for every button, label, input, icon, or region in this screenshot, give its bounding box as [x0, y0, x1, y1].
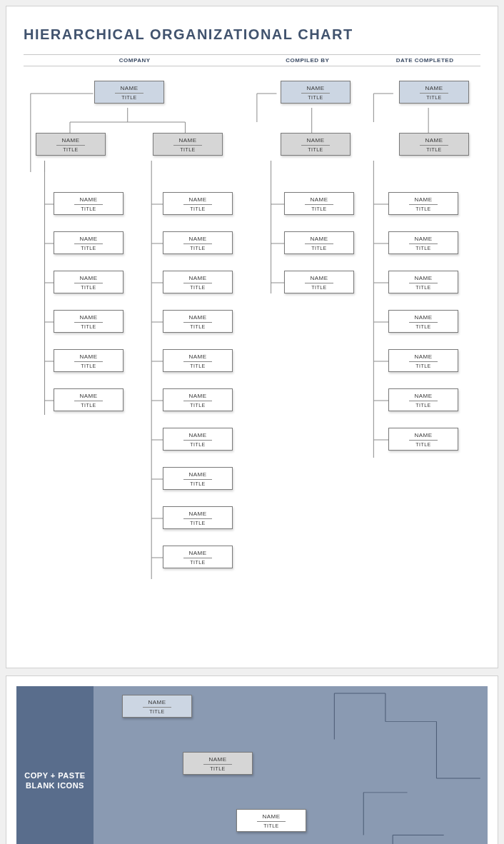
palette-label: COPY + PASTE BLANK ICONS	[16, 686, 94, 844]
node-name: NAME	[392, 393, 455, 399]
node-separator	[409, 283, 438, 283]
org-node-leaf[interactable]: NAMETITLE	[163, 467, 233, 490]
org-node-leaf[interactable]: NAMETITLE	[163, 506, 233, 529]
header-row: COMPANY COMPILED BY DATE COMPLETED	[24, 54, 480, 66]
org-node-leaf[interactable]: NAMETITLE	[54, 271, 124, 293]
palette-node-white[interactable]: NAME TITLE	[236, 809, 306, 832]
node-separator	[409, 243, 438, 244]
node-title: TITLE	[57, 324, 120, 329]
node-name: NAME	[57, 353, 120, 360]
node-separator	[183, 401, 212, 401]
org-node-leaf[interactable]: NAMETITLE	[284, 192, 354, 215]
node-separator	[183, 558, 212, 558]
node-name: NAME	[166, 432, 229, 438]
node-name: NAME	[288, 236, 351, 242]
header-compiled-by: COMPILED BY	[246, 57, 369, 64]
node-title: TITLE	[166, 246, 229, 251]
org-node-top-c[interactable]: NAME TITLE	[399, 81, 469, 104]
node-separator	[409, 401, 438, 401]
org-node-leaf[interactable]: NAMETITLE	[163, 388, 233, 411]
node-separator	[183, 204, 212, 205]
node-separator	[143, 707, 171, 708]
node-title: TITLE	[156, 147, 219, 152]
node-name: NAME	[57, 275, 120, 281]
node-title: TITLE	[392, 285, 455, 290]
org-node-leaf[interactable]: NAMETITLE	[163, 428, 233, 451]
node-name: NAME	[156, 137, 219, 144]
header-company: COMPANY	[24, 57, 246, 64]
node-title: TITLE	[186, 766, 249, 771]
node-title: TITLE	[57, 403, 120, 408]
node-name: NAME	[166, 511, 229, 517]
page-title: HIERARCHICAL ORGANIZATIONAL CHART	[24, 26, 480, 43]
org-node-leaf[interactable]: NAMETITLE	[54, 192, 124, 215]
node-title: TITLE	[166, 363, 229, 368]
org-node-leaf[interactable]: NAMETITLE	[54, 388, 124, 411]
org-node-leaf[interactable]: NAMETITLE	[388, 271, 458, 293]
node-title: TITLE	[240, 823, 303, 828]
node-name: NAME	[166, 314, 229, 321]
node-name: NAME	[39, 137, 102, 144]
node-separator	[301, 145, 330, 146]
node-name: NAME	[284, 137, 347, 144]
org-node-leaf[interactable]: NAMETITLE	[388, 310, 458, 333]
node-name: NAME	[166, 471, 229, 478]
node-separator	[301, 93, 330, 94]
node-name: NAME	[288, 196, 351, 203]
org-node-leaf[interactable]: NAMETITLE	[163, 546, 233, 568]
org-node-mid[interactable]: NAME TITLE	[36, 133, 106, 156]
node-name: NAME	[166, 275, 229, 281]
node-title: TITLE	[284, 147, 347, 152]
node-title: TITLE	[403, 95, 465, 100]
org-node-leaf[interactable]: NAMETITLE	[54, 310, 124, 333]
node-name: NAME	[392, 275, 455, 281]
org-node-leaf[interactable]: NAMETITLE	[163, 349, 233, 372]
palette-node-blue[interactable]: NAME TITLE	[122, 695, 192, 718]
node-separator	[409, 322, 438, 323]
node-title: TITLE	[166, 206, 229, 211]
org-node-leaf[interactable]: NAMETITLE	[388, 349, 458, 372]
node-name: NAME	[98, 85, 161, 91]
org-node-leaf[interactable]: NAMETITLE	[388, 388, 458, 411]
org-node-mid[interactable]: NAME TITLE	[153, 133, 223, 156]
node-title: TITLE	[166, 560, 229, 565]
node-separator	[74, 243, 103, 244]
org-node-leaf[interactable]: NAMETITLE	[54, 349, 124, 372]
node-separator	[183, 361, 212, 362]
node-title: TITLE	[39, 147, 102, 152]
org-node-leaf[interactable]: NAMETITLE	[54, 231, 124, 254]
node-separator	[183, 283, 212, 283]
org-chart-page: HIERARCHICAL ORGANIZATIONAL CHART COMPAN…	[6, 6, 498, 668]
org-node-mid[interactable]: NAME TITLE	[281, 133, 351, 156]
org-node-leaf[interactable]: NAMETITLE	[284, 271, 354, 293]
node-name: NAME	[166, 550, 229, 556]
org-node-leaf[interactable]: NAMETITLE	[284, 231, 354, 254]
node-title: TITLE	[166, 521, 229, 526]
node-separator	[56, 145, 85, 146]
org-node-leaf[interactable]: NAMETITLE	[388, 231, 458, 254]
node-title: TITLE	[166, 285, 229, 290]
node-separator	[183, 322, 212, 323]
org-node-leaf[interactable]: NAMETITLE	[388, 428, 458, 451]
org-node-top-b[interactable]: NAME TITLE	[281, 81, 351, 104]
node-title: TITLE	[392, 403, 455, 408]
org-node-leaf[interactable]: NAMETITLE	[163, 231, 233, 254]
node-separator	[183, 518, 212, 519]
node-title: TITLE	[57, 363, 120, 368]
org-node-leaf[interactable]: NAMETITLE	[163, 271, 233, 293]
org-node-mid[interactable]: NAME TITLE	[399, 133, 469, 156]
node-separator	[305, 204, 333, 205]
node-name: NAME	[166, 196, 229, 203]
header-date-completed: DATE COMPLETED	[369, 57, 480, 64]
node-name: NAME	[166, 393, 229, 399]
node-title: TITLE	[166, 481, 229, 486]
node-name: NAME	[403, 85, 465, 91]
org-node-top-a[interactable]: NAME TITLE	[94, 81, 164, 104]
node-name: NAME	[392, 196, 455, 203]
org-node-leaf[interactable]: NAMETITLE	[163, 192, 233, 215]
node-title: TITLE	[392, 363, 455, 368]
org-node-leaf[interactable]: NAMETITLE	[163, 310, 233, 333]
org-node-leaf[interactable]: NAMETITLE	[388, 192, 458, 215]
node-separator	[183, 440, 212, 441]
palette-node-grey[interactable]: NAME TITLE	[183, 752, 253, 775]
